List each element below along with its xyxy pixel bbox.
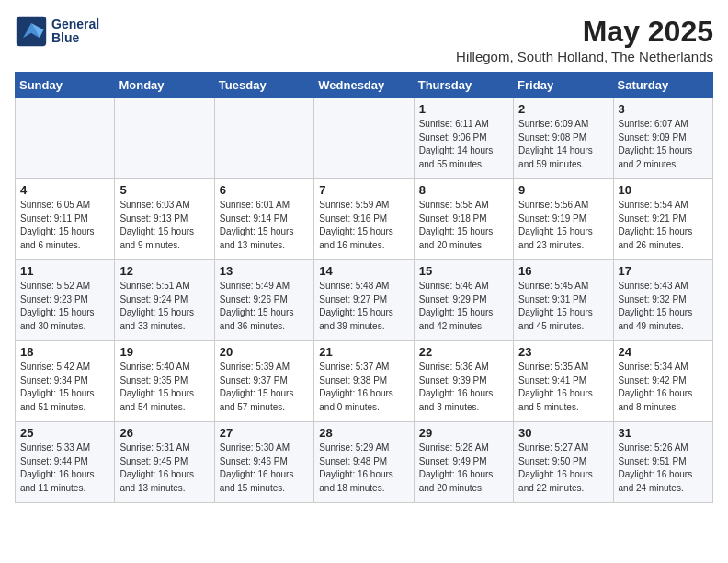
cell-info: Sunrise: 5:54 AM Sunset: 9:21 PM Dayligh… [619,199,708,252]
week-row-1: 1Sunrise: 6:11 AM Sunset: 9:06 PM Daylig… [16,98,713,179]
location: Hillegom, South Holland, The Netherlands [456,49,713,64]
cell-info: Sunrise: 5:36 AM Sunset: 9:39 PM Dayligh… [419,361,508,414]
header-row: SundayMondayTuesdayWednesdayThursdayFrid… [16,73,713,98]
day-header-friday: Friday [514,73,613,98]
calendar-cell: 8Sunrise: 5:58 AM Sunset: 9:18 PM Daylig… [414,179,513,260]
day-number: 23 [518,345,608,359]
calendar-cell: 29Sunrise: 5:28 AM Sunset: 9:49 PM Dayli… [414,422,513,503]
calendar-cell: 20Sunrise: 5:39 AM Sunset: 9:37 PM Dayli… [214,341,313,422]
day-number: 19 [119,345,209,359]
cell-info: Sunrise: 5:43 AM Sunset: 9:32 PM Dayligh… [619,280,708,333]
day-header-thursday: Thursday [414,73,513,98]
calendar-cell: 18Sunrise: 5:42 AM Sunset: 9:34 PM Dayli… [16,341,115,422]
day-number: 3 [619,102,708,116]
page-header: General Blue May 2025 Hillegom, South Ho… [15,15,713,64]
calendar-cell: 1Sunrise: 6:11 AM Sunset: 9:06 PM Daylig… [414,98,513,179]
week-row-5: 25Sunrise: 5:33 AM Sunset: 9:44 PM Dayli… [16,422,713,503]
day-number: 18 [20,345,109,359]
day-number: 8 [419,183,508,197]
cell-info: Sunrise: 5:59 AM Sunset: 9:16 PM Dayligh… [319,199,408,252]
cell-info: Sunrise: 5:52 AM Sunset: 9:23 PM Dayligh… [20,280,109,333]
calendar-cell: 27Sunrise: 5:30 AM Sunset: 9:46 PM Dayli… [214,422,313,503]
title-area: May 2025 Hillegom, South Holland, The Ne… [456,15,713,64]
day-number: 17 [619,264,708,278]
day-number: 28 [319,426,408,440]
cell-info: Sunrise: 5:51 AM Sunset: 9:24 PM Dayligh… [119,280,209,333]
calendar-cell: 17Sunrise: 5:43 AM Sunset: 9:32 PM Dayli… [613,260,712,341]
calendar-cell: 13Sunrise: 5:49 AM Sunset: 9:26 PM Dayli… [214,260,313,341]
calendar-cell: 5Sunrise: 6:03 AM Sunset: 9:13 PM Daylig… [115,179,214,260]
day-header-tuesday: Tuesday [214,73,313,98]
cell-info: Sunrise: 5:58 AM Sunset: 9:18 PM Dayligh… [419,199,508,252]
day-number: 7 [319,183,408,197]
cell-info: Sunrise: 5:48 AM Sunset: 9:27 PM Dayligh… [319,280,408,333]
cell-info: Sunrise: 5:56 AM Sunset: 9:19 PM Dayligh… [518,199,608,252]
cell-info: Sunrise: 5:37 AM Sunset: 9:38 PM Dayligh… [319,361,408,414]
calendar-cell: 4Sunrise: 6:05 AM Sunset: 9:11 PM Daylig… [16,179,115,260]
cell-info: Sunrise: 5:35 AM Sunset: 9:41 PM Dayligh… [518,361,608,414]
cell-info: Sunrise: 5:29 AM Sunset: 9:48 PM Dayligh… [319,442,408,495]
day-number: 29 [419,426,508,440]
day-number: 1 [419,102,508,116]
cell-info: Sunrise: 5:39 AM Sunset: 9:37 PM Dayligh… [220,361,309,414]
logo-icon [15,15,48,48]
week-row-2: 4Sunrise: 6:05 AM Sunset: 9:11 PM Daylig… [16,179,713,260]
cell-info: Sunrise: 5:40 AM Sunset: 9:35 PM Dayligh… [119,361,209,414]
calendar-cell [314,98,414,179]
calendar-cell: 30Sunrise: 5:27 AM Sunset: 9:50 PM Dayli… [514,422,613,503]
cell-info: Sunrise: 6:05 AM Sunset: 9:11 PM Dayligh… [20,199,109,252]
day-number: 2 [518,102,608,116]
week-row-3: 11Sunrise: 5:52 AM Sunset: 9:23 PM Dayli… [16,260,713,341]
calendar-cell [115,98,214,179]
calendar-cell: 15Sunrise: 5:46 AM Sunset: 9:29 PM Dayli… [414,260,513,341]
day-number: 22 [419,345,508,359]
day-number: 6 [220,183,309,197]
day-number: 25 [20,426,109,440]
day-number: 31 [619,426,708,440]
day-number: 26 [119,426,209,440]
calendar-cell [16,98,115,179]
day-number: 21 [319,345,408,359]
cell-info: Sunrise: 6:07 AM Sunset: 9:09 PM Dayligh… [619,118,708,171]
cell-info: Sunrise: 6:03 AM Sunset: 9:13 PM Dayligh… [119,199,209,252]
day-number: 15 [419,264,508,278]
cell-info: Sunrise: 5:42 AM Sunset: 9:34 PM Dayligh… [20,361,109,414]
day-number: 9 [518,183,608,197]
calendar-cell: 24Sunrise: 5:34 AM Sunset: 9:42 PM Dayli… [613,341,712,422]
calendar-cell: 12Sunrise: 5:51 AM Sunset: 9:24 PM Dayli… [115,260,214,341]
calendar-cell [214,98,313,179]
cell-info: Sunrise: 5:33 AM Sunset: 9:44 PM Dayligh… [20,442,109,495]
cell-info: Sunrise: 5:46 AM Sunset: 9:29 PM Dayligh… [419,280,508,333]
calendar-cell: 2Sunrise: 6:09 AM Sunset: 9:08 PM Daylig… [514,98,613,179]
day-number: 24 [619,345,708,359]
day-number: 10 [619,183,708,197]
calendar-cell: 16Sunrise: 5:45 AM Sunset: 9:31 PM Dayli… [514,260,613,341]
cell-info: Sunrise: 5:34 AM Sunset: 9:42 PM Dayligh… [619,361,708,414]
logo-line2: Blue [51,31,99,45]
day-header-monday: Monday [115,73,214,98]
calendar-cell: 14Sunrise: 5:48 AM Sunset: 9:27 PM Dayli… [314,260,414,341]
day-header-wednesday: Wednesday [314,73,414,98]
calendar-cell: 22Sunrise: 5:36 AM Sunset: 9:39 PM Dayli… [414,341,513,422]
cell-info: Sunrise: 5:49 AM Sunset: 9:26 PM Dayligh… [220,280,309,333]
day-number: 4 [20,183,109,197]
calendar-cell: 23Sunrise: 5:35 AM Sunset: 9:41 PM Dayli… [514,341,613,422]
cell-info: Sunrise: 5:31 AM Sunset: 9:45 PM Dayligh… [119,442,209,495]
cell-info: Sunrise: 5:26 AM Sunset: 9:51 PM Dayligh… [619,442,708,495]
cell-info: Sunrise: 6:11 AM Sunset: 9:06 PM Dayligh… [419,118,508,171]
day-number: 20 [220,345,309,359]
calendar-cell: 6Sunrise: 6:01 AM Sunset: 9:14 PM Daylig… [214,179,313,260]
cell-info: Sunrise: 5:27 AM Sunset: 9:50 PM Dayligh… [518,442,608,495]
cell-info: Sunrise: 6:01 AM Sunset: 9:14 PM Dayligh… [220,199,309,252]
day-header-saturday: Saturday [613,73,712,98]
day-header-sunday: Sunday [16,73,115,98]
calendar-cell: 21Sunrise: 5:37 AM Sunset: 9:38 PM Dayli… [314,341,414,422]
month-title: May 2025 [456,15,713,49]
cell-info: Sunrise: 6:09 AM Sunset: 9:08 PM Dayligh… [518,118,608,171]
cell-info: Sunrise: 5:45 AM Sunset: 9:31 PM Dayligh… [518,280,608,333]
day-number: 14 [319,264,408,278]
calendar-cell: 11Sunrise: 5:52 AM Sunset: 9:23 PM Dayli… [16,260,115,341]
calendar-cell: 28Sunrise: 5:29 AM Sunset: 9:48 PM Dayli… [314,422,414,503]
calendar-table: SundayMondayTuesdayWednesdayThursdayFrid… [15,72,713,503]
calendar-cell: 3Sunrise: 6:07 AM Sunset: 9:09 PM Daylig… [613,98,712,179]
